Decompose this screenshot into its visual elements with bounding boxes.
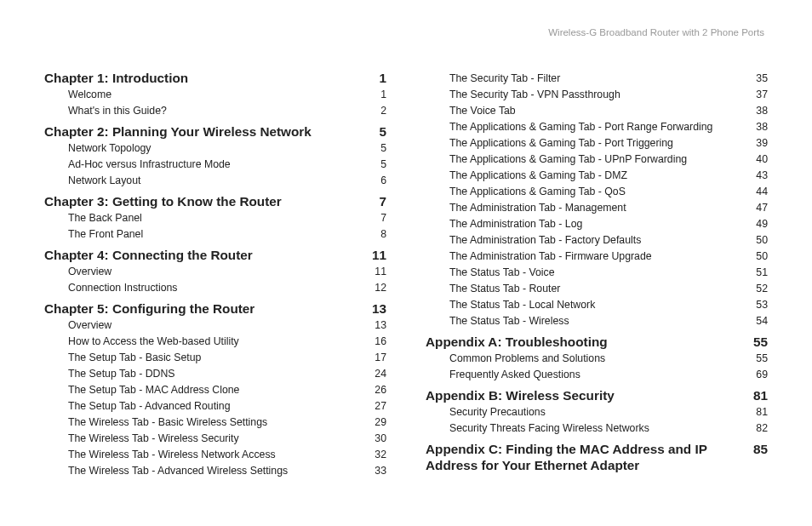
toc-chapter-title: Chapter 3: Getting to Know the Router <box>44 193 366 209</box>
toc-sub-page: 6 <box>366 174 386 186</box>
toc-sub-title: The Setup Tab - Basic Setup <box>68 352 366 365</box>
toc-sub-title: Network Layout <box>68 174 366 188</box>
toc-sub-title: The Wireless Tab - Wireless Security <box>68 432 366 446</box>
toc-sub-row: The Security Tab - Filter35 <box>449 72 768 86</box>
toc-sub-page: 55 <box>747 352 768 364</box>
toc-sub-row: The Status Tab - Voice51 <box>449 266 768 280</box>
toc-column-left: Chapter 1: Introduction1Welcome1What's i… <box>44 70 386 478</box>
toc-sub-page: 13 <box>366 319 386 331</box>
toc-sub-title: Security Precautions <box>449 406 747 420</box>
toc-sub-title: The Applications & Gaming Tab - QoS <box>449 186 747 199</box>
toc-sub-page: 5 <box>366 158 386 170</box>
toc-chapter-row: Appendix B: Wireless Security81 <box>426 387 768 403</box>
toc-sub-page: 7 <box>366 212 386 224</box>
toc-chapter-page: 7 <box>366 194 386 209</box>
toc-sub-row: The Wireless Tab - Wireless Network Acce… <box>68 449 386 462</box>
toc-sub-page: 12 <box>366 282 386 294</box>
toc-chapter-page: 13 <box>366 301 386 317</box>
toc-sub-row: The Wireless Tab - Wireless Security30 <box>68 432 386 446</box>
toc-sub-title: The Administration Tab - Log <box>449 218 747 232</box>
toc-sub-page: 49 <box>747 218 768 230</box>
toc-sub-title: Overview <box>68 266 366 279</box>
toc-sub-page: 17 <box>366 352 386 363</box>
toc-sub-row: Welcome1 <box>68 89 386 102</box>
toc-sub-page: 26 <box>366 384 386 396</box>
toc-sub-title: Frequently Asked Questions <box>449 369 747 382</box>
toc-sub-page: 27 <box>366 400 386 412</box>
toc-sub-row: The Front Panel8 <box>68 228 386 242</box>
toc-sub-row: The Setup Tab - DDNS24 <box>68 368 386 381</box>
toc-sub-page: 30 <box>366 432 386 444</box>
toc-sub-row: The Setup Tab - Advanced Routing27 <box>68 400 386 414</box>
toc-sub-page: 43 <box>747 169 768 181</box>
toc-sub-row: The Applications & Gaming Tab - Port Ran… <box>449 121 768 134</box>
toc-sub-row: Overview13 <box>68 319 386 333</box>
toc-sub-row: The Wireless Tab - Basic Wireless Settin… <box>68 416 386 430</box>
toc-sub-title: The Applications & Gaming Tab - Port Ran… <box>449 121 747 134</box>
toc-sub-page: 69 <box>747 369 768 380</box>
toc-sub-page: 52 <box>747 283 768 294</box>
toc-sub-page: 82 <box>747 422 768 434</box>
toc-chapter-page: 85 <box>747 442 768 457</box>
toc-sub-title: Welcome <box>68 89 366 102</box>
toc-sub-row: The Setup Tab - MAC Address Clone26 <box>68 384 386 397</box>
toc-chapter-row: Chapter 2: Planning Your Wireless Networ… <box>44 123 386 140</box>
toc-sub-row: The Applications & Gaming Tab - UPnP For… <box>449 153 768 167</box>
toc-chapter-title: Appendix A: Troubleshooting <box>426 334 747 350</box>
toc-chapter-title: Appendix C: Finding the MAC Address and … <box>426 441 747 473</box>
toc-chapter-title: Chapter 2: Planning Your Wireless Networ… <box>44 123 366 140</box>
toc-sub-title: How to Access the Web-based Utility <box>68 335 366 349</box>
toc-sub-page: 32 <box>366 449 386 460</box>
toc-chapter-row: Chapter 5: Configuring the Router13 <box>44 300 386 317</box>
toc-chapter-title: Chapter 5: Configuring the Router <box>44 300 366 317</box>
toc-sub-page: 33 <box>366 465 386 477</box>
toc-sub-page: 8 <box>366 228 386 240</box>
toc-sub-page: 2 <box>366 105 386 117</box>
toc-sub-title: The Status Tab - Router <box>449 283 747 296</box>
toc-chapter-row: Chapter 4: Connecting the Router11 <box>44 247 386 263</box>
toc-sub-page: 29 <box>366 416 386 428</box>
toc-chapter-title: Chapter 1: Introduction <box>44 70 366 86</box>
toc-sub-title: The Wireless Tab - Wireless Network Acce… <box>68 449 366 462</box>
toc-sub-title: The Status Tab - Voice <box>449 266 747 280</box>
toc-chapter-title: Chapter 4: Connecting the Router <box>44 247 366 263</box>
toc-chapter-page: 11 <box>366 248 386 263</box>
toc-sub-row: The Status Tab - Router52 <box>449 283 768 296</box>
toc-sub-row: The Back Panel7 <box>68 212 386 226</box>
toc-sub-row: Overview11 <box>68 266 386 279</box>
toc-sub-row: Security Precautions81 <box>449 406 768 420</box>
toc-sub-row: The Administration Tab - Management47 <box>449 202 768 215</box>
toc-sub-title: The Administration Tab - Management <box>449 202 747 215</box>
toc-sub-title: The Security Tab - VPN Passthrough <box>449 89 747 102</box>
toc-sub-row: Network Topology5 <box>68 142 386 156</box>
toc-sub-title: The Front Panel <box>68 228 366 242</box>
toc-chapter-row: Appendix A: Troubleshooting55 <box>426 334 768 350</box>
toc-sub-row: The Wireless Tab - Advanced Wireless Set… <box>68 465 386 478</box>
toc-sub-title: Connection Instructions <box>68 282 366 295</box>
toc-sub-row: The Administration Tab - Firmware Upgrad… <box>449 250 768 264</box>
toc-sub-page: 24 <box>366 368 386 380</box>
toc-columns: Chapter 1: Introduction1Welcome1What's i… <box>44 70 768 478</box>
toc-sub-row: Ad-Hoc versus Infrastructure Mode5 <box>68 158 386 172</box>
toc-sub-row: Network Layout6 <box>68 174 386 188</box>
toc-sub-page: 40 <box>747 153 768 165</box>
toc-sub-page: 38 <box>747 121 768 133</box>
toc-sub-title: Security Threats Facing Wireless Network… <box>449 422 747 436</box>
toc-sub-title: The Setup Tab - DDNS <box>68 368 366 381</box>
toc-sub-title: The Setup Tab - MAC Address Clone <box>68 384 366 397</box>
toc-sub-page: 81 <box>747 406 768 418</box>
toc-sub-row: The Voice Tab38 <box>449 105 768 118</box>
toc-chapter-title: Appendix B: Wireless Security <box>426 387 747 403</box>
toc-sub-title: The Setup Tab - Advanced Routing <box>68 400 366 414</box>
toc-sub-row: The Applications & Gaming Tab - DMZ43 <box>449 169 768 183</box>
toc-sub-row: The Administration Tab - Log49 <box>449 218 768 232</box>
toc-sub-row: How to Access the Web-based Utility16 <box>68 335 386 349</box>
toc-sub-page: 50 <box>747 234 768 246</box>
toc-chapter-page: 1 <box>366 71 386 86</box>
toc-sub-title: The Administration Tab - Firmware Upgrad… <box>449 250 747 264</box>
toc-sub-title: The Applications & Gaming Tab - Port Tri… <box>449 137 747 151</box>
toc-sub-page: 5 <box>366 142 386 154</box>
toc-sub-page: 16 <box>366 335 386 347</box>
toc-sub-title: Ad-Hoc versus Infrastructure Mode <box>68 158 366 172</box>
toc-sub-title: The Status Tab - Local Network <box>449 299 747 312</box>
